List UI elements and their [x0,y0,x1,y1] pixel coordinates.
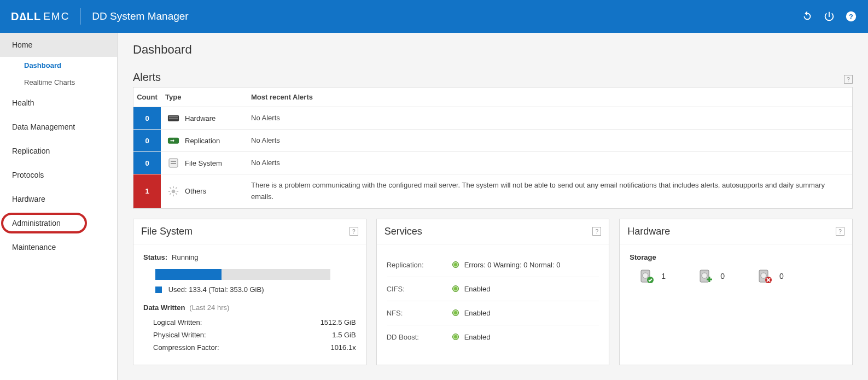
svc-value: Enabled [464,285,491,293]
sidebar-item-maintenance[interactable]: Maintenance [0,235,117,259]
topbar-actions: ? [801,10,857,22]
usage-legend: Used: 133.4 (Total: 353.0 GiB) [168,285,264,294]
alert-row-replication[interactable]: 0 Replication No Alerts [133,130,852,152]
storage-add-value: 0 [720,272,725,280]
alert-count: 0 [133,152,161,174]
service-row-ddboost[interactable]: DD Boost: Enabled [387,325,599,349]
replication-icon [167,135,179,146]
drive-fail-icon [758,269,772,283]
services-help-icon[interactable]: ? [592,227,601,236]
power-icon[interactable] [823,10,835,22]
storage-label: Storage [630,253,842,261]
alert-msg: No Alerts [251,130,852,151]
svc-value: Enabled [464,333,491,341]
legend-used-swatch [155,287,162,293]
svc-value: Enabled [464,309,491,317]
svg-rect-12 [168,191,170,192]
svc-label: CIFS: [387,285,452,293]
status-ok-icon [452,309,459,316]
service-row-cifs[interactable]: CIFS: Enabled [387,277,599,301]
drive-add-icon [698,269,713,283]
sidebar-item-hardware[interactable]: Hardware [0,187,117,211]
storage-ok[interactable]: 1 [639,269,666,283]
alerts-col-count: Count [133,93,161,101]
svg-rect-8 [171,163,176,164]
dw-value: 1.5 GiB [332,331,356,339]
alert-count: 0 [133,130,161,151]
sidebar-item-administration[interactable]: Administration [0,211,117,235]
svg-point-19 [643,273,648,278]
storage-fail-value: 0 [779,272,784,280]
alert-count: 1 [133,174,161,207]
refresh-icon[interactable] [801,10,813,22]
svc-label: Replication: [387,261,452,269]
svg-rect-14 [170,187,172,189]
data-written-title: Data Written [143,303,185,312]
status-ok-icon [452,261,459,268]
alert-msg: No Alerts [251,107,852,129]
brand-logo: D∆LL [11,10,41,23]
storage-ok-value: 1 [661,272,666,280]
sidebar-sub-dashboard[interactable]: Dashboard [0,57,117,74]
alert-type-label: File System [185,159,222,167]
alert-msg: There is a problem communicating with th… [251,174,852,207]
alert-type-label: Hardware [185,114,215,122]
status-ok-icon [452,285,459,292]
svg-rect-15 [176,192,178,195]
sidebar-sub-realtime-charts[interactable]: Realtime Charts [0,74,117,91]
service-row-replication[interactable]: Replication: Errors: 0 Warning: 0 Normal… [387,253,599,277]
alert-row-others[interactable]: 1 Others There is a problem communicatin… [133,174,852,208]
brand-separator [80,8,81,25]
alerts-help-icon[interactable]: ? [844,75,853,84]
help-icon[interactable]: ? [845,10,857,22]
alerts-panel: Count Type Most recent Alerts 0 Hardware… [133,87,853,209]
sidebar-item-health[interactable]: Health [0,91,117,115]
filesystem-help-icon[interactable]: ? [349,227,358,236]
data-written-period: (Last 24 hrs) [189,303,229,312]
filesystem-title: File System [141,226,193,237]
svg-point-26 [761,273,766,278]
brand-emc: EMC [43,10,69,22]
alert-type-label: Replication [185,137,220,145]
sidebar-item-home[interactable]: Home [0,33,117,57]
sidebar-item-data-management[interactable]: Data Management [0,115,117,139]
services-card: Services ? Replication: Errors: 0 Warnin… [376,219,610,365]
dw-value: 1512.5 GiB [321,318,356,326]
svg-point-9 [172,189,176,193]
svg-rect-17 [170,192,172,195]
status-label: Status: [143,253,167,261]
svg-rect-4 [169,118,178,119]
app-title: DD System Manager [92,10,188,22]
filesystem-card: File System ? Status: Running Used: 133.… [133,219,366,365]
dw-label: Logical Written: [153,318,202,326]
brand: D∆LL EMC DD System Manager [11,8,189,25]
gear-icon [167,186,179,197]
filesystem-icon [167,157,179,168]
sidebar-item-protocols[interactable]: Protocols [0,163,117,187]
status-ok-icon [452,334,459,340]
svc-label: DD Boost: [387,333,452,341]
sidebar: Home Dashboard Realtime Charts Health Da… [0,33,118,380]
svg-rect-10 [173,186,174,188]
drive-ok-icon [639,269,654,283]
svg-rect-16 [176,187,178,189]
status-value: Running [172,253,198,261]
services-title: Services [385,226,422,237]
storage-add[interactable]: 0 [698,269,725,283]
alerts-col-type: Type [161,93,251,101]
page-title: Dashboard [133,43,853,57]
hardware-help-icon[interactable]: ? [836,227,844,236]
svg-text:?: ? [849,13,853,21]
dw-label: Compression Factor: [153,343,219,352]
top-bar: D∆LL EMC DD System Manager ? [0,0,868,33]
alert-row-filesystem[interactable]: 0 File System No Alerts [133,152,852,174]
service-row-nfs[interactable]: NFS: Enabled [387,301,599,325]
sidebar-item-replication[interactable]: Replication [0,139,117,163]
alert-row-hardware[interactable]: 0 Hardware No Alerts [133,107,852,130]
dw-label: Physical Written: [153,331,206,339]
alert-type-label: Others [185,187,206,195]
content: Dashboard Alerts ? Count Type Most recen… [118,33,868,380]
storage-fail[interactable]: 0 [758,269,784,283]
alerts-col-msg: Most recent Alerts [251,93,852,101]
svg-point-22 [702,273,707,278]
